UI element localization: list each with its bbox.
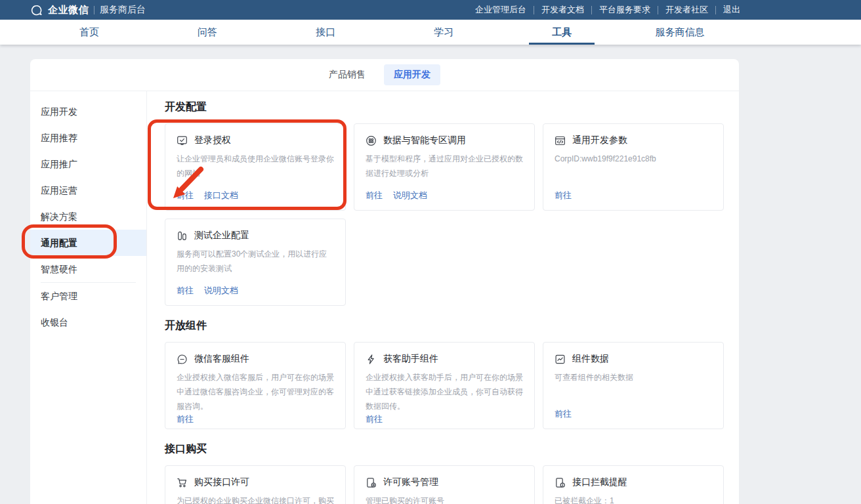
card-title: 登录授权 <box>194 135 231 146</box>
topbar-links: 企业管理后台 开发者文档 平台服务要求 开发者社区 退出 <box>475 0 740 20</box>
code-window-icon <box>555 135 566 146</box>
nav-item-learn[interactable]: 学习 <box>385 20 503 45</box>
brand-subtitle[interactable]: 服务商后台 <box>100 4 146 16</box>
topbar: 企业微信 服务商后台 企业管理后台 开发者文档 平台服务要求 开发者社区 退出 <box>0 0 861 20</box>
brand-title[interactable]: 企业微信 <box>48 4 89 16</box>
topbar-link-logout[interactable]: 退出 <box>723 4 740 16</box>
card-dev-params: 通用开发参数 CorpID:wwb19f9f221e91c8fb 前往 <box>543 123 724 211</box>
doc-link[interactable]: 说明文档 <box>204 285 238 297</box>
topbar-link-admin[interactable]: 企业管理后台 <box>475 4 526 16</box>
lightning-icon <box>366 354 377 365</box>
goto-link[interactable]: 前往 <box>366 413 383 425</box>
card-desc: 企业授权接入获客助手后，用户可在你的场景中通过获客链接添加企业成员，你可自动获得… <box>366 370 523 413</box>
section-title: 开发配置 <box>165 100 739 114</box>
card-title: 获客助手组件 <box>383 353 438 365</box>
goto-link[interactable]: 前往 <box>177 413 194 425</box>
card-title: 许可账号管理 <box>383 476 438 488</box>
content-area: 开发配置 登录授权 <box>147 91 739 504</box>
doc-link[interactable]: 接口文档 <box>204 190 238 201</box>
card-title: 接口拦截提醒 <box>572 476 627 488</box>
section-title: 接口购买 <box>165 442 739 455</box>
goto-link[interactable]: 前往 <box>555 408 572 420</box>
topbar-divider <box>658 6 658 14</box>
card-api-block-alert: 接口拦截提醒 已被拦截企业：1 <box>543 465 724 504</box>
card-desc: 已被拦截企业：1 <box>555 494 712 504</box>
main-nav: 首页 问答 接口 学习 工具 服务商信息 <box>0 20 861 45</box>
goto-link[interactable]: 前往 <box>555 190 572 201</box>
topbar-divider <box>94 6 94 14</box>
nav-item-provider-info[interactable]: 服务商信息 <box>621 20 739 45</box>
sidebar-item-app-promotion[interactable]: 应用推广 <box>30 151 146 177</box>
section-title: 开放组件 <box>165 319 739 332</box>
tab-app-dev[interactable]: 应用开发 <box>384 64 440 85</box>
license-icon <box>366 477 377 488</box>
nav-item-api[interactable]: 接口 <box>266 20 385 45</box>
card-title: 数据与智能专区调用 <box>383 135 466 146</box>
sidebar: 应用开发 应用推荐 应用推广 应用运营 解决方案 通用配置 智慧硬件 客户管理 … <box>30 91 147 504</box>
goto-link[interactable]: 前往 <box>177 285 194 297</box>
card-title: 组件数据 <box>572 353 609 365</box>
topbar-link-community[interactable]: 开发者社区 <box>665 4 708 16</box>
card-title: 测试企业配置 <box>194 230 249 242</box>
goto-link[interactable]: 前往 <box>366 190 383 201</box>
card-desc-corpid: CorpID:wwb19f9f221e91c8fb <box>555 152 712 166</box>
goto-link[interactable]: 前往 <box>177 190 194 201</box>
section-api-purchase: 接口购买 购买接口许可 <box>165 442 739 504</box>
card-data-intelligence: 数据与智能专区调用 基于模型和程序，通过应用对企业已授权的数据进行处理或分析 前… <box>354 123 535 211</box>
card-buy-license: 购买接口许可 为已授权的企业购买企业微信接口许可，购买 <box>165 465 346 504</box>
nav-item-qa[interactable]: 问答 <box>148 20 266 45</box>
nav-item-home[interactable]: 首页 <box>30 20 148 45</box>
sidebar-item-solutions[interactable]: 解决方案 <box>30 203 146 230</box>
monitor-check-icon <box>177 135 188 146</box>
topbar-link-devdocs[interactable]: 开发者文档 <box>541 4 584 16</box>
card-desc: 可查看组件的相关数据 <box>555 370 712 385</box>
topbar-divider <box>534 6 534 14</box>
card-component-data: 组件数据 可查看组件的相关数据 前往 <box>543 342 724 429</box>
topbar-divider <box>715 6 716 14</box>
section-dev-config: 开发配置 登录授权 <box>165 100 739 306</box>
card-login-auth: 登录授权 让企业管理员和成员使用企业微信账号登录你的网站 前往 接口文档 <box>165 123 346 211</box>
cart-icon <box>177 477 188 488</box>
sidebar-item-app-recommend[interactable]: 应用推荐 <box>30 125 146 151</box>
card-desc: 服务商可以配置30个测试企业，用以进行应用的的安装测试 <box>177 247 334 276</box>
card-wechat-kf: 微信客服组件 企业授权接入微信客服后，用户可在你的场景中通过微信客服咨询企业，你… <box>165 342 346 429</box>
section-open-components: 开放组件 微信客服组件 企业授权接入微信客服后，用户 <box>165 319 739 429</box>
sidebar-item-app-dev[interactable]: 应用开发 <box>30 98 146 125</box>
chart-box-icon <box>555 354 566 365</box>
chat-bubble-icon <box>177 354 188 365</box>
nav-item-tools[interactable]: 工具 <box>503 20 621 45</box>
card-title: 通用开发参数 <box>572 135 627 146</box>
wecom-logo-icon <box>30 4 43 16</box>
topbar-divider <box>591 6 592 14</box>
data-sphere-icon <box>366 135 377 146</box>
card-test-corp-config: 测试企业配置 服务商可以配置30个测试企业，用以进行应用的的安装测试 前往 说明… <box>165 219 346 306</box>
card-title: 购买接口许可 <box>194 476 249 488</box>
sidebar-item-app-operation[interactable]: 应用运营 <box>30 177 146 203</box>
card-desc: 管理已购买的许可账号 <box>366 494 523 504</box>
license-alert-icon <box>555 477 566 488</box>
brand-area: 企业微信 服务商后台 <box>30 0 146 20</box>
doc-link[interactable]: 说明文档 <box>393 190 427 201</box>
card-title: 微信客服组件 <box>194 353 249 365</box>
tabs-row: 产品销售 应用开发 <box>30 59 739 91</box>
sidebar-item-customer-mgmt[interactable]: 客户管理 <box>30 283 146 309</box>
sidebar-item-cashier[interactable]: 收银台 <box>30 309 146 335</box>
card-lead-assistant: 获客助手组件 企业授权接入获客助手后，用户可在你的场景中通过获客链接添加企业成员… <box>354 342 535 429</box>
main-panel: 产品销售 应用开发 应用开发 应用推荐 应用推广 应用运营 解决方案 通用配置 … <box>30 59 739 504</box>
card-desc: 为已授权的企业购买企业微信接口许可，购买 <box>177 494 334 504</box>
topbar-link-platform-req[interactable]: 平台服务要求 <box>599 4 650 16</box>
test-tubes-icon <box>177 230 188 242</box>
tab-product-sales[interactable]: 产品销售 <box>329 69 366 81</box>
card-license-accounts: 许可账号管理 管理已购买的许可账号 <box>354 465 535 504</box>
card-desc: 企业授权接入微信客服后，用户可在你的场景中通过微信客服咨询企业，你可管理对应的客… <box>177 370 334 413</box>
sidebar-item-smart-hardware[interactable]: 智慧硬件 <box>30 256 146 282</box>
card-desc: 基于模型和程序，通过应用对企业已授权的数据进行处理或分析 <box>366 152 523 180</box>
card-desc: 让企业管理员和成员使用企业微信账号登录你的网站 <box>177 152 334 180</box>
sidebar-item-general-config[interactable]: 通用配置 <box>30 230 146 256</box>
